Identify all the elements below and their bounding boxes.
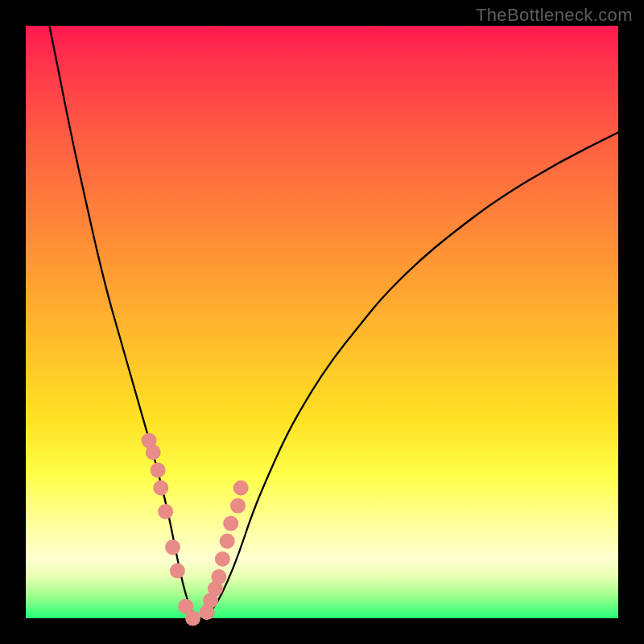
marker-dot <box>170 564 185 579</box>
marker-dot <box>215 551 230 567</box>
marker-dot <box>153 481 168 496</box>
marker-dot <box>230 498 246 514</box>
marker-dot <box>185 611 200 626</box>
marker-dot <box>220 534 235 549</box>
marker-dot <box>223 516 238 531</box>
marker-dot <box>211 569 226 584</box>
watermark-text: TheBottleneck.com <box>476 5 633 26</box>
bottleneck-curve <box>49 26 618 618</box>
plot-area <box>26 26 618 618</box>
marker-dot <box>146 444 161 460</box>
marker-dot <box>165 539 180 555</box>
marker-dot <box>233 481 249 496</box>
curve-layer <box>26 26 618 618</box>
marker-dot <box>158 504 173 519</box>
marker-dot <box>151 463 166 478</box>
chart-frame: TheBottleneck.com <box>0 0 644 644</box>
highlighted-points <box>142 433 249 626</box>
